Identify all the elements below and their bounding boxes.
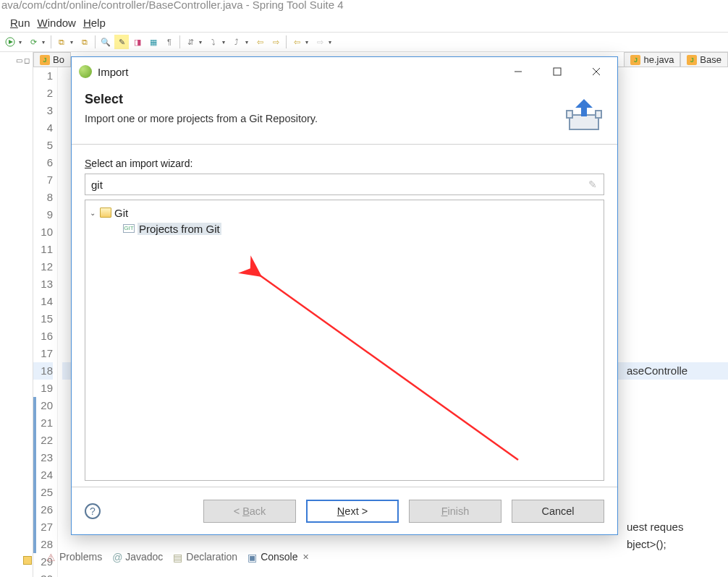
dialog-subheading: Import one or more projects from a Git R…: [85, 113, 564, 124]
svg-rect-7: [567, 111, 572, 118]
dialog-title: Import: [98, 66, 496, 78]
bottom-view-tabs: ⚠Problems @Javadoc ▤Declaration ▣Console…: [43, 550, 312, 564]
step2-icon[interactable]: ⤴: [229, 35, 244, 49]
cancel-button[interactable]: Cancel: [512, 500, 604, 523]
finish-button[interactable]: Finish: [409, 500, 501, 523]
package-icon[interactable]: ⧉: [54, 35, 69, 49]
dropdown-icon[interactable]: ▾: [245, 39, 251, 46]
tab-label: Base: [700, 54, 721, 65]
tab-label: he.java: [643, 54, 674, 65]
tree-category-label: Git: [114, 207, 128, 219]
expand-icon[interactable]: ⇵: [183, 35, 198, 49]
java-file-icon: J: [687, 55, 697, 65]
dropdown-icon[interactable]: ▾: [70, 39, 76, 46]
console-icon: ▣: [247, 552, 258, 562]
minimize-icon[interactable]: ▭: [16, 56, 22, 64]
back-icon[interactable]: ⇦: [253, 35, 267, 49]
decl-icon: ▤: [173, 552, 183, 562]
folder-icon: [100, 208, 111, 218]
dropdown-icon[interactable]: ▾: [42, 39, 48, 46]
warning-icon: ⚠: [46, 552, 56, 562]
highlight-icon[interactable]: ✎: [114, 35, 129, 49]
menu-run[interactable]: Run: [10, 17, 30, 29]
nav-back-icon[interactable]: ⇦: [289, 35, 304, 49]
tab-label: Bo: [53, 54, 64, 65]
tab-declaration[interactable]: ▤Declaration: [170, 550, 240, 564]
dialog-footer: ? < Back Next > Finish Cancel: [72, 487, 617, 534]
at-icon: @: [112, 552, 122, 562]
step-icon[interactable]: ⤵: [206, 35, 221, 49]
import-banner-icon: [564, 95, 604, 132]
svg-rect-6: [570, 115, 598, 129]
editor-tab[interactable]: JBo: [33, 52, 71, 67]
git-project-icon: GIT: [123, 224, 135, 233]
tab-problems[interactable]: ⚠Problems: [43, 550, 105, 564]
wizard-select-label: Select an import wizard:: [85, 158, 604, 169]
dropdown-icon[interactable]: ▾: [329, 39, 334, 46]
close-button[interactable]: [580, 61, 613, 82]
refresh-icon[interactable]: ⟳: [26, 35, 41, 49]
chevron-down-icon[interactable]: ⌄: [88, 209, 97, 217]
toolbar: ▾ ⟳ ▾ ⧉ ▾ ⧉ 🔍 ✎ ◨ ▦ ¶ ⇵ ▾ ⤵ ▾ ⤴ ▾ ⇦ ⇨ ⇦ …: [0, 32, 728, 52]
dropdown-icon[interactable]: ▾: [305, 39, 311, 46]
dialog-heading: Select: [85, 92, 564, 107]
line-gutter: 1234567891011121314151617181920212223242…: [33, 67, 58, 577]
import-dialog: Import Select Import one or more project…: [71, 56, 618, 535]
restore-icon[interactable]: ◻: [24, 56, 30, 64]
editor-tab[interactable]: Jhe.java: [624, 52, 680, 67]
dropdown-icon[interactable]: ▾: [199, 39, 205, 46]
editor-tab[interactable]: JBase: [680, 52, 728, 67]
toggle-icon[interactable]: ◨: [130, 35, 145, 49]
type-icon[interactable]: ⧉: [77, 35, 92, 49]
svg-rect-3: [554, 68, 561, 75]
spring-icon: [79, 65, 92, 78]
tab-console[interactable]: ▣Console✕: [245, 550, 311, 564]
wizard-tree[interactable]: ⌄ Git GIT Projects from Git: [85, 200, 604, 481]
dialog-titlebar: Import: [72, 57, 617, 86]
clear-icon[interactable]: ✎: [588, 179, 600, 190]
nav-fwd-icon[interactable]: ⇨: [313, 35, 327, 49]
dialog-header: Select Import one or more projects from …: [72, 86, 617, 145]
tree-category[interactable]: ⌄ Git: [88, 205, 601, 221]
dropdown-icon[interactable]: ▾: [222, 39, 228, 46]
menu-window[interactable]: Window: [38, 17, 76, 29]
search-icon[interactable]: 🔍: [98, 35, 113, 49]
run-icon[interactable]: [3, 35, 17, 49]
java-file-icon: J: [630, 55, 640, 65]
window-title-fragment: ava/com/cdnt/online/controller/BaseContr…: [0, 0, 728, 12]
svg-rect-8: [596, 111, 601, 118]
side-pane: ▭◻: [0, 52, 33, 577]
whitespace-icon[interactable]: ¶: [162, 35, 177, 49]
tree-item[interactable]: GIT Projects from Git: [88, 221, 601, 236]
back-button[interactable]: < Back: [203, 500, 296, 523]
help-icon[interactable]: ?: [85, 503, 101, 519]
tree-item-label: Projects from Git: [137, 223, 221, 235]
java-file-icon: J: [40, 55, 50, 65]
next-button[interactable]: Next >: [306, 500, 399, 523]
dropdown-icon[interactable]: ▾: [19, 39, 25, 46]
minimize-button[interactable]: [501, 61, 535, 82]
forward-icon[interactable]: ⇨: [268, 35, 283, 49]
maximize-button[interactable]: [541, 61, 574, 82]
menu-help[interactable]: Help: [83, 17, 106, 29]
menubar: Run Window Help: [0, 13, 728, 32]
wizard-filter-input[interactable]: [85, 174, 604, 195]
close-icon[interactable]: ✕: [302, 552, 309, 562]
tab-javadoc[interactable]: @Javadoc: [109, 550, 166, 564]
block-select-icon[interactable]: ▦: [146, 35, 161, 49]
svg-marker-9: [575, 99, 593, 116]
